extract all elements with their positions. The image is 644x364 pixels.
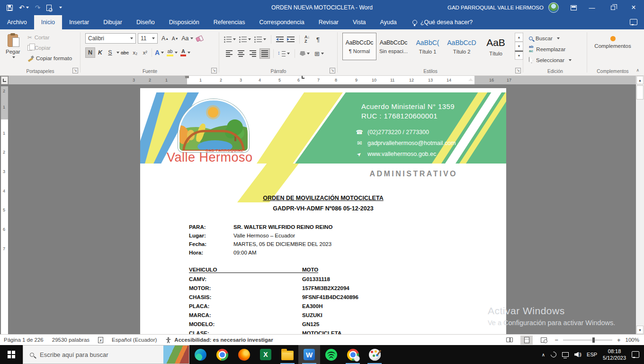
tab-selector[interactable]: [1, 76, 8, 84]
action-center-icon[interactable]: [632, 351, 639, 358]
underline-button[interactable]: S: [105, 47, 115, 58]
scroll-down-button[interactable]: ▼: [636, 326, 644, 334]
page-indicator[interactable]: Página 1 de 226: [4, 337, 44, 343]
addins-button[interactable]: Complementos: [587, 32, 638, 49]
zoom-out-button[interactable]: −: [555, 337, 558, 344]
taskbar-edge[interactable]: [189, 345, 211, 364]
language-indicator[interactable]: Español (Ecuador): [112, 337, 157, 343]
italic-button[interactable]: K: [95, 47, 105, 58]
proofing-icon[interactable]: ✗: [98, 337, 103, 343]
multilevel-list-button[interactable]: [254, 36, 266, 43]
clear-formatting-button[interactable]: [195, 33, 205, 44]
taskbar-search[interactable]: Escribe aquí para buscar: [23, 345, 189, 364]
zoom-level[interactable]: 100%: [626, 337, 639, 343]
taskbar-chrome[interactable]: [211, 345, 233, 364]
restore-button[interactable]: [602, 0, 623, 15]
ribbon-display-options-button[interactable]: [565, 0, 581, 15]
align-center-button[interactable]: [236, 48, 246, 59]
tab-archivo[interactable]: Archivo: [0, 15, 34, 29]
taskbar-firefox[interactable]: [233, 345, 255, 364]
tab-revisar[interactable]: Revisar: [312, 15, 346, 29]
vertical-ruler[interactable]: 211234567: [1, 86, 8, 334]
network-icon[interactable]: [562, 352, 569, 357]
close-button[interactable]: ×: [623, 0, 644, 15]
styles-more-button[interactable]: ▼: [515, 51, 523, 60]
styles-dialog-launcher[interactable]: ↘: [515, 68, 521, 73]
horizontal-ruler[interactable]: 32112345678910111213141617: [9, 76, 637, 84]
web-layout-button[interactable]: [537, 336, 550, 345]
font-family-select[interactable]: Calibri: [85, 33, 136, 44]
zoom-in-button[interactable]: +: [617, 337, 621, 344]
tab-inicio[interactable]: Inicio: [34, 15, 62, 29]
text-effects-button[interactable]: A: [153, 47, 165, 58]
superscript-button[interactable]: x²: [140, 47, 150, 58]
tab-insertar[interactable]: Insertar: [62, 15, 96, 29]
tray-chevron-icon[interactable]: ∧: [542, 352, 545, 357]
paste-button[interactable]: Pegar: [6, 30, 20, 58]
font-color-button[interactable]: A: [179, 47, 192, 58]
styles-scroll-down[interactable]: ▼: [515, 42, 523, 51]
borders-button[interactable]: ⊞: [313, 48, 325, 59]
numbering-button[interactable]: [239, 36, 251, 43]
style-normal[interactable]: AaBbCcDc¶ Normal: [342, 33, 376, 60]
left-indent-marker[interactable]: [185, 76, 189, 78]
scroll-up-button[interactable]: ▲: [636, 76, 644, 84]
scrollbar-thumb[interactable]: [636, 85, 644, 100]
find-button[interactable]: Buscar: [529, 33, 572, 44]
grow-font-button[interactable]: A▲: [160, 33, 170, 44]
paragraph-dialog-launcher[interactable]: ↘: [330, 68, 335, 73]
start-button[interactable]: [0, 345, 23, 364]
subscript-button[interactable]: x₂: [130, 47, 140, 58]
sort-button[interactable]: A↓Z: [304, 35, 310, 44]
style-heading2[interactable]: AaBbCcDTítulo 2: [445, 33, 479, 60]
highlight-button[interactable]: ab: [165, 47, 179, 58]
style-heading1[interactable]: AaBbC(Título 1: [411, 33, 445, 60]
account-name[interactable]: GAD PARROQUIAL VALLE HERMOSO: [447, 5, 544, 10]
replace-button[interactable]: abacReemplazar: [529, 44, 572, 55]
tab-referencias[interactable]: Referencias: [206, 15, 252, 29]
accessibility-status[interactable]: Accesibilidad: es necesario investigar: [165, 337, 273, 343]
collapse-ribbon-button[interactable]: ∧: [636, 68, 639, 73]
print-layout-button[interactable]: [520, 336, 533, 345]
clipboard-dialog-launcher[interactable]: ↘: [72, 68, 78, 73]
right-indent-marker[interactable]: [468, 76, 473, 81]
bold-button[interactable]: N: [85, 47, 95, 58]
align-left-button[interactable]: [224, 48, 234, 59]
taskbar-file-explorer[interactable]: [277, 345, 298, 364]
taskbar-word[interactable]: W: [298, 345, 320, 364]
justify-button[interactable]: [259, 48, 270, 59]
tab-ayuda[interactable]: Ayuda: [373, 15, 404, 29]
onedrive-icon[interactable]: [550, 351, 558, 359]
line-spacing-button[interactable]: [277, 48, 291, 59]
document-page[interactable]: Acuerdo Ministerial N° 1359 RUC : 176812…: [140, 88, 506, 334]
read-mode-button[interactable]: [503, 336, 516, 345]
taskbar-chrome-profile[interactable]: [342, 345, 364, 364]
increase-indent-button[interactable]: [287, 36, 295, 42]
style-no-spacing[interactable]: AaBbCcDcSin espaci...: [376, 33, 411, 60]
zoom-slider-thumb[interactable]: [592, 337, 595, 343]
tab-diseno[interactable]: Diseño: [129, 15, 162, 29]
comments-icon[interactable]: [630, 19, 637, 25]
shrink-font-button[interactable]: A▼: [170, 33, 180, 44]
font-dialog-launcher[interactable]: ↘: [211, 68, 217, 73]
taskbar-spotify[interactable]: [320, 345, 342, 364]
change-case-button[interactable]: Aa: [180, 33, 194, 44]
minimize-button[interactable]: —: [581, 0, 602, 15]
tab-disposicion[interactable]: Disposición: [162, 15, 206, 29]
word-count[interactable]: 29530 palabras: [52, 337, 89, 343]
cut-button[interactable]: ✂Cortar: [27, 32, 72, 43]
tab-dibujar[interactable]: Dibujar: [96, 15, 129, 29]
tray-clock[interactable]: 08:185/12/2023: [603, 348, 626, 362]
select-button[interactable]: Seleccionar: [529, 55, 572, 65]
show-marks-button[interactable]: ¶: [313, 34, 323, 45]
search-highlight-image[interactable]: [163, 346, 189, 364]
zoom-slider[interactable]: [563, 340, 612, 340]
tell-me-box[interactable]: ¿Qué desea hacer?: [412, 15, 473, 29]
language-switcher[interactable]: ESP: [587, 352, 597, 357]
tab-vista[interactable]: Vista: [346, 15, 373, 29]
volume-icon[interactable]: )): [574, 352, 581, 357]
font-size-select[interactable]: 11: [138, 33, 158, 44]
avatar[interactable]: [548, 2, 559, 13]
bullets-button[interactable]: [224, 36, 236, 43]
copy-button[interactable]: Copiar: [27, 43, 72, 53]
